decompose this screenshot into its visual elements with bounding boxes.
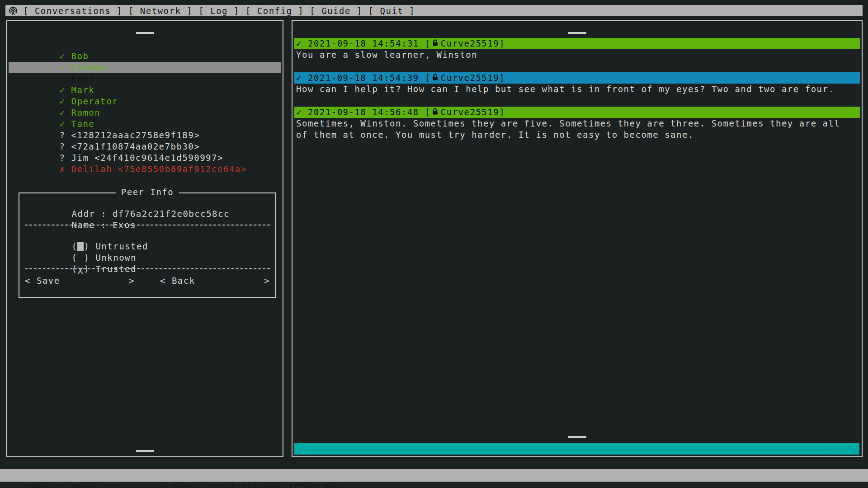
radio-marker: ()	[72, 241, 90, 251]
scroll-indicator-top	[568, 32, 586, 34]
message-header: ✓2021-09-18 14:54:31[Curve25519]	[294, 38, 860, 49]
check-icon: ✓	[60, 62, 71, 73]
cipher-label: Curve25519	[441, 72, 499, 84]
broadcast-icon	[8, 5, 19, 16]
conversation-panel: ✓2021-09-18 14:54:31[Curve25519] You are…	[292, 20, 863, 457]
message-header: ✓2021-09-18 14:56:48[Curve25519]	[294, 107, 860, 118]
status-bar: [Enter] Open[C-e] Peer Info[C-x] Delete[…	[0, 469, 868, 482]
menu-item-quit[interactable]: [ Quit ]	[368, 6, 415, 16]
message-timestamp: 2021-09-18 14:54:39	[308, 72, 419, 84]
message-timestamp: 2021-09-18 14:56:48	[308, 107, 419, 118]
arrow-left-icon: <	[160, 276, 166, 286]
hint-action: New	[323, 483, 341, 488]
name-label: Name :	[72, 220, 107, 230]
arrow-right-icon: >	[264, 275, 270, 286]
message-body: How can I help it? How can I help but se…	[294, 84, 860, 95]
radio-option-untrusted[interactable]: ()Untrusted	[25, 230, 270, 241]
peer-name: Mark	[71, 85, 95, 95]
check-icon: ✓	[60, 107, 71, 118]
check-icon: ✓	[60, 84, 71, 96]
check-icon: ✓	[60, 73, 71, 84]
hint-key: [C-n]	[288, 483, 317, 488]
message: ✓2021-09-18 14:54:31[Curve25519] You are…	[294, 38, 860, 61]
menu-item-guide[interactable]: [ Guide ]	[310, 6, 362, 16]
name-value: Exos	[113, 220, 136, 230]
check-icon: ✓	[296, 38, 302, 49]
radio-label: Untrusted	[95, 241, 148, 251]
peer-info-title: Peer Info	[116, 187, 179, 197]
message-body: Sometimes, Winston. Sometimes they are f…	[294, 118, 860, 141]
cross-icon: ✗	[60, 164, 71, 175]
check-icon: ✓	[296, 72, 302, 84]
hint-action: Peer Info	[142, 483, 194, 488]
message: ✓2021-09-18 14:54:39[Curve25519] How can…	[294, 72, 860, 95]
hint-action: Delete	[241, 483, 277, 488]
addr-label: Addr :	[72, 209, 107, 219]
peer-name: Ramon	[71, 108, 101, 117]
menu-item-log[interactable]: [ Log ]	[198, 6, 240, 16]
message-body: You are a slow learner, Winston	[294, 49, 860, 61]
menu-item-config[interactable]: [ Config ]	[245, 6, 304, 16]
radio-marker: (X)	[72, 264, 90, 274]
peer-name: Delilah <75e8550b89af912ce64a>	[71, 164, 247, 174]
dialog-buttons: < Save > < Back >	[25, 275, 270, 286]
addr-field: Addr : df76a2c21f2e0bcc58cc	[25, 197, 270, 208]
radio-label: Unknown	[95, 253, 137, 263]
back-button[interactable]: < Back >	[160, 275, 270, 286]
arrow-right-icon: >	[129, 275, 135, 286]
message-list: ✓2021-09-18 14:54:31[Curve25519] You are…	[294, 38, 860, 152]
radio-marker: ( )	[72, 253, 90, 263]
lock-icon	[432, 38, 439, 49]
message-timestamp: 2021-09-18 14:54:31	[308, 38, 419, 49]
peer-name: <72a1f10874aa02e7bb30>	[71, 141, 200, 151]
scroll-indicator-bottom	[136, 450, 154, 452]
radio-label: Trusted	[95, 264, 137, 274]
lock-icon	[432, 72, 439, 84]
peer-name: <128212aaac2758e9f189>	[71, 130, 200, 140]
cursor-block	[77, 242, 84, 251]
addr-value: df76a2c21f2e0bcc58cc	[113, 209, 230, 219]
menu-item-conversations[interactable]: [ Conversations ]	[23, 6, 123, 16]
hint-new: [C-n] New	[288, 483, 340, 488]
scroll-indicator-top	[136, 32, 154, 34]
peer-row-bob[interactable]: ✓Bob	[9, 39, 281, 51]
peer-name: Exos	[71, 74, 95, 84]
peer-list: ✓Bob ✓Coreen ✓Exos ✓Mark ✓Operator ✓Ramo…	[9, 39, 281, 164]
save-button[interactable]: < Save >	[25, 275, 135, 286]
check-icon: ✓	[296, 107, 302, 118]
peer-name: Bob	[71, 51, 89, 61]
hint-key: [C-e]	[107, 483, 136, 488]
cipher-label: Curve25519	[441, 38, 499, 49]
message-header: ✓2021-09-18 14:54:39[Curve25519]	[294, 72, 860, 84]
menu-bar: [ Conversations ] [ Network ] [ Log ] [ …	[5, 5, 863, 16]
arrow-left-icon: <	[25, 276, 31, 286]
peers-panel: ✓Bob ✓Coreen ✓Exos ✓Mark ✓Operator ✓Ramo…	[6, 20, 283, 457]
menu-item-network[interactable]: [ Network ]	[128, 6, 193, 16]
hint-open: [Enter] Open	[25, 483, 95, 488]
message-input[interactable]	[294, 443, 859, 455]
save-button-label: Save	[37, 276, 60, 286]
check-icon: ✓	[60, 96, 71, 107]
peer-info-dialog: Peer Info Addr : df76a2c21f2e0bcc58cc Na…	[19, 192, 276, 298]
scroll-indicator-bottom	[568, 436, 586, 438]
hint-peer-info: [C-e] Peer Info	[107, 483, 194, 488]
question-icon: ?	[60, 152, 71, 164]
cipher-label: Curve25519	[441, 107, 499, 118]
peer-name: Coreen	[71, 62, 107, 72]
hint-action: Open	[71, 483, 95, 488]
hint-key: [Enter]	[25, 483, 66, 488]
check-icon: ✓	[60, 118, 71, 130]
lock-icon	[432, 107, 439, 118]
hint-delete: [C-x] Delete	[206, 483, 276, 488]
peer-name: Tane	[71, 119, 95, 129]
app-window: [ Conversations ] [ Network ] [ Log ] [ …	[0, 0, 868, 488]
back-button-label: Back	[172, 276, 195, 286]
peer-name: Jim <24f410c9614e1d590997>	[71, 153, 223, 163]
check-icon: ✓	[60, 51, 71, 62]
question-icon: ?	[60, 130, 71, 141]
peer-name: Operator	[71, 96, 118, 106]
question-icon: ?	[60, 141, 71, 152]
hint-key: [C-x]	[206, 483, 236, 488]
message: ✓2021-09-18 14:56:48[Curve25519] Sometim…	[294, 107, 860, 141]
